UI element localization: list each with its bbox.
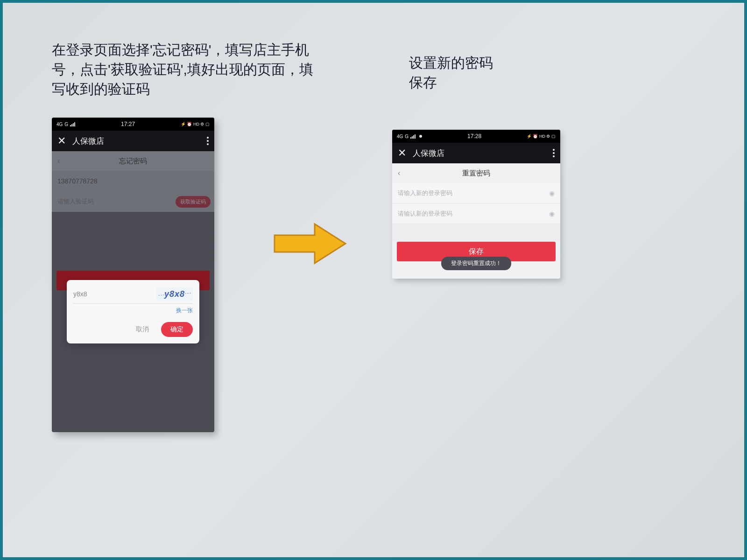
confirm-button[interactable]: 确定	[161, 322, 193, 337]
back-icon[interactable]: ‹	[57, 157, 60, 165]
phone-screenshot-right: 4G G 17:28 ⚡ ⏰ HD ⚙ ▢ ✕ 人保微店 ‹ 重置密码 请输入新…	[392, 130, 560, 279]
signal-icon	[410, 134, 416, 139]
placeholder-text: 请输认新的登录密码	[398, 210, 452, 218]
instruction-text-left: 在登录页面选择'忘记密码'，填写店主手机号，点击'获取验证码',填好出现的页面，…	[52, 40, 313, 99]
arrow-icon	[273, 221, 347, 266]
page-header: ‹ 重置密码	[392, 163, 560, 183]
signal-icon	[70, 122, 75, 126]
page-title: 忘记密码	[119, 157, 147, 166]
captcha-input[interactable]: y8x8	[73, 290, 87, 298]
app-title: 人保微店	[413, 148, 444, 159]
code-input[interactable]: 请输入验证码	[57, 197, 94, 206]
back-icon[interactable]: ‹	[398, 169, 400, 177]
eye-icon[interactable]: ◉	[549, 210, 555, 217]
verification-code-row: 请输入验证码 获取验证码	[52, 191, 214, 212]
captcha-image[interactable]: y8x8	[156, 287, 193, 301]
dot-icon	[419, 135, 422, 138]
status-bar: 4G G 17:27 ⚡ ⏰ HD ⚙ ▢	[52, 118, 214, 131]
carrier-label: G	[405, 134, 409, 139]
get-code-button[interactable]: 获取验证码	[176, 196, 211, 208]
success-toast: 登录密码重置成功！	[441, 257, 511, 270]
status-bar: 4G G 17:28 ⚡ ⏰ HD ⚙ ▢	[392, 130, 560, 143]
instruction-text-right: 设置新的密码 保存	[409, 53, 493, 92]
more-icon[interactable]	[207, 137, 209, 145]
close-icon[interactable]: ✕	[398, 147, 406, 159]
phone-screenshot-left: 4G G 17:27 ⚡ ⏰ HD ⚙ ▢ ✕ 人保微店 ‹ 忘记密码 1387…	[52, 118, 214, 432]
svg-marker-0	[275, 224, 345, 263]
status-icons: ⚡ ⏰ HD ⚙ ▢	[527, 134, 556, 139]
network-label: 4G	[397, 134, 403, 139]
page-title: 重置密码	[462, 169, 490, 178]
cancel-button[interactable]: 取消	[131, 322, 154, 336]
carrier-label: G	[64, 122, 68, 127]
app-title: 人保微店	[72, 136, 104, 147]
status-time: 17:28	[467, 133, 481, 140]
title-bar: ✕ 人保微店	[392, 143, 560, 163]
status-time: 17:27	[121, 121, 135, 127]
close-icon[interactable]: ✕	[57, 135, 66, 147]
phone-input[interactable]: 13870778728	[52, 171, 214, 191]
more-icon[interactable]	[553, 149, 555, 157]
captcha-dialog: y8x8 y8x8 换一张 取消 确定	[67, 280, 199, 343]
confirm-password-input[interactable]: 请输认新的登录密码 ◉	[392, 203, 560, 224]
page-header: ‹ 忘记密码	[52, 151, 214, 171]
new-password-input[interactable]: 请输入新的登录密码 ◉	[392, 183, 560, 203]
network-label: 4G	[56, 122, 63, 127]
spacer	[392, 224, 560, 242]
title-bar: ✕ 人保微店	[52, 131, 214, 151]
status-icons: ⚡ ⏰ HD ⚙ ▢	[181, 122, 210, 126]
placeholder-text: 请输入新的登录密码	[398, 189, 452, 197]
eye-icon[interactable]: ◉	[549, 189, 555, 197]
change-captcha-link[interactable]: 换一张	[73, 307, 193, 315]
